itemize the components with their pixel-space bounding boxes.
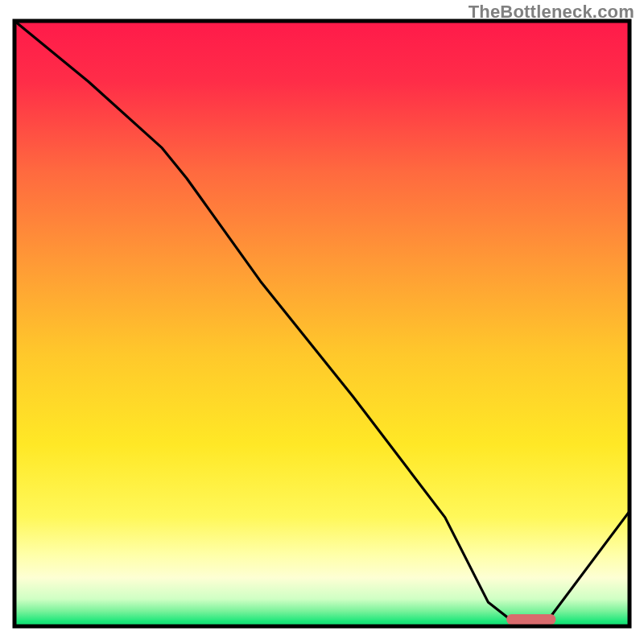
optimal-range-marker [506,614,555,625]
plot-background-gradient [14,21,630,626]
watermark-text: TheBottleneck.com [469,2,634,23]
chart-container: TheBottleneck.com [0,0,644,644]
bottleneck-chart [0,0,644,644]
